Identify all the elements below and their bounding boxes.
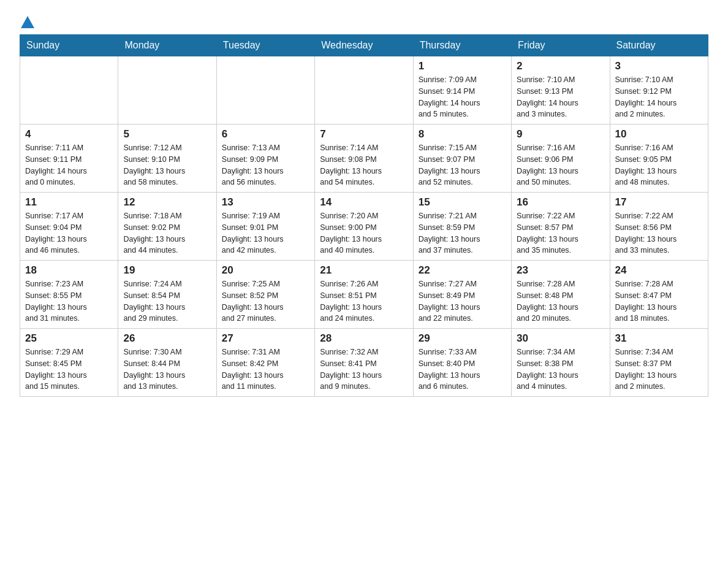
day-number: 21 — [320, 264, 408, 277]
calendar-cell: 13Sunrise: 7:19 AMSunset: 9:01 PMDayligh… — [216, 193, 314, 261]
calendar-week-row: 25Sunrise: 7:29 AMSunset: 8:45 PMDayligh… — [20, 329, 708, 397]
calendar-cell: 29Sunrise: 7:33 AMSunset: 8:40 PMDayligh… — [413, 329, 511, 397]
day-number: 7 — [320, 128, 408, 140]
day-number: 13 — [222, 196, 309, 209]
calendar-cell: 5Sunrise: 7:12 AMSunset: 9:10 PMDaylight… — [118, 124, 216, 193]
day-info: Sunrise: 7:28 AMSunset: 8:48 PMDaylight:… — [517, 278, 604, 324]
calendar-cell: 1Sunrise: 7:09 AMSunset: 9:14 PMDaylight… — [413, 56, 511, 124]
day-number: 14 — [320, 196, 408, 209]
calendar-cell: 21Sunrise: 7:26 AMSunset: 8:51 PMDayligh… — [315, 261, 413, 329]
day-info: Sunrise: 7:29 AMSunset: 8:45 PMDaylight:… — [25, 347, 113, 393]
day-info: Sunrise: 7:22 AMSunset: 8:57 PMDaylight:… — [517, 210, 604, 256]
calendar-cell: 9Sunrise: 7:16 AMSunset: 9:06 PMDaylight… — [512, 124, 610, 193]
logo — [20, 15, 34, 28]
day-number: 11 — [25, 196, 113, 209]
calendar-week-row: 1Sunrise: 7:09 AMSunset: 9:14 PMDaylight… — [20, 56, 708, 124]
calendar-cell — [20, 56, 118, 124]
day-number: 17 — [615, 196, 703, 209]
calendar-header-row: SundayMondayTuesdayWednesdayThursdayFrid… — [20, 35, 708, 56]
day-number: 28 — [320, 332, 408, 345]
calendar-cell: 17Sunrise: 7:22 AMSunset: 8:56 PMDayligh… — [610, 193, 708, 261]
calendar-cell — [118, 56, 216, 124]
day-number: 5 — [123, 128, 211, 140]
calendar-cell: 4Sunrise: 7:11 AMSunset: 9:11 PMDaylight… — [20, 124, 118, 193]
day-info: Sunrise: 7:27 AMSunset: 8:49 PMDaylight:… — [419, 278, 506, 324]
calendar-cell: 23Sunrise: 7:28 AMSunset: 8:48 PMDayligh… — [512, 261, 610, 329]
day-info: Sunrise: 7:34 AMSunset: 8:37 PMDaylight:… — [615, 347, 703, 393]
calendar-cell: 3Sunrise: 7:10 AMSunset: 9:12 PMDaylight… — [610, 56, 708, 124]
page-header — [20, 15, 708, 28]
day-info: Sunrise: 7:16 AMSunset: 9:06 PMDaylight:… — [517, 142, 604, 188]
calendar-week-row: 11Sunrise: 7:17 AMSunset: 9:04 PMDayligh… — [20, 193, 708, 261]
calendar-cell: 31Sunrise: 7:34 AMSunset: 8:37 PMDayligh… — [610, 329, 708, 397]
calendar-cell: 7Sunrise: 7:14 AMSunset: 9:08 PMDaylight… — [315, 124, 413, 193]
day-number: 15 — [419, 196, 506, 209]
day-number: 22 — [419, 264, 506, 277]
day-info: Sunrise: 7:33 AMSunset: 8:40 PMDaylight:… — [419, 347, 506, 393]
calendar-cell: 30Sunrise: 7:34 AMSunset: 8:38 PMDayligh… — [512, 329, 610, 397]
day-of-week-thursday: Thursday — [413, 35, 511, 56]
day-number: 1 — [419, 60, 506, 72]
day-of-week-sunday: Sunday — [20, 35, 118, 56]
day-info: Sunrise: 7:12 AMSunset: 9:10 PMDaylight:… — [123, 142, 211, 188]
day-info: Sunrise: 7:11 AMSunset: 9:11 PMDaylight:… — [25, 142, 113, 188]
day-number: 19 — [123, 264, 211, 277]
day-info: Sunrise: 7:25 AMSunset: 8:52 PMDaylight:… — [222, 278, 309, 324]
day-number: 27 — [222, 332, 309, 345]
day-number: 12 — [123, 196, 211, 209]
day-number: 4 — [25, 128, 113, 140]
calendar-cell: 26Sunrise: 7:30 AMSunset: 8:44 PMDayligh… — [118, 329, 216, 397]
calendar-cell: 25Sunrise: 7:29 AMSunset: 8:45 PMDayligh… — [20, 329, 118, 397]
day-number: 18 — [25, 264, 113, 277]
calendar-cell: 16Sunrise: 7:22 AMSunset: 8:57 PMDayligh… — [512, 193, 610, 261]
day-number: 25 — [25, 332, 113, 345]
calendar-cell: 14Sunrise: 7:20 AMSunset: 9:00 PMDayligh… — [315, 193, 413, 261]
day-info: Sunrise: 7:21 AMSunset: 8:59 PMDaylight:… — [419, 210, 506, 256]
day-info: Sunrise: 7:20 AMSunset: 9:00 PMDaylight:… — [320, 210, 408, 256]
calendar-cell: 15Sunrise: 7:21 AMSunset: 8:59 PMDayligh… — [413, 193, 511, 261]
day-number: 29 — [419, 332, 506, 345]
calendar-cell: 20Sunrise: 7:25 AMSunset: 8:52 PMDayligh… — [216, 261, 314, 329]
calendar-cell: 11Sunrise: 7:17 AMSunset: 9:04 PMDayligh… — [20, 193, 118, 261]
calendar-cell: 24Sunrise: 7:28 AMSunset: 8:47 PMDayligh… — [610, 261, 708, 329]
logo-triangle-icon — [21, 16, 34, 28]
day-info: Sunrise: 7:30 AMSunset: 8:44 PMDaylight:… — [123, 347, 211, 393]
day-info: Sunrise: 7:19 AMSunset: 9:01 PMDaylight:… — [222, 210, 309, 256]
calendar-week-row: 4Sunrise: 7:11 AMSunset: 9:11 PMDaylight… — [20, 124, 708, 193]
calendar-cell: 10Sunrise: 7:16 AMSunset: 9:05 PMDayligh… — [610, 124, 708, 193]
day-info: Sunrise: 7:17 AMSunset: 9:04 PMDaylight:… — [25, 210, 113, 256]
day-number: 24 — [615, 264, 703, 277]
day-of-week-monday: Monday — [118, 35, 216, 56]
calendar-cell: 27Sunrise: 7:31 AMSunset: 8:42 PMDayligh… — [216, 329, 314, 397]
day-info: Sunrise: 7:09 AMSunset: 9:14 PMDaylight:… — [419, 74, 506, 120]
day-number: 3 — [615, 60, 703, 72]
calendar-cell — [315, 56, 413, 124]
day-info: Sunrise: 7:22 AMSunset: 8:56 PMDaylight:… — [615, 210, 703, 256]
day-number: 2 — [517, 60, 604, 72]
day-info: Sunrise: 7:13 AMSunset: 9:09 PMDaylight:… — [222, 142, 309, 188]
day-info: Sunrise: 7:10 AMSunset: 9:12 PMDaylight:… — [615, 74, 703, 120]
day-number: 30 — [517, 332, 604, 345]
day-of-week-saturday: Saturday — [610, 35, 708, 56]
svg-marker-0 — [21, 16, 34, 28]
day-number: 9 — [517, 128, 604, 140]
day-number: 16 — [517, 196, 604, 209]
day-number: 31 — [615, 332, 703, 345]
day-info: Sunrise: 7:31 AMSunset: 8:42 PMDaylight:… — [222, 347, 309, 393]
calendar-table: SundayMondayTuesdayWednesdayThursdayFrid… — [20, 34, 708, 397]
day-info: Sunrise: 7:15 AMSunset: 9:07 PMDaylight:… — [419, 142, 506, 188]
calendar-cell: 19Sunrise: 7:24 AMSunset: 8:54 PMDayligh… — [118, 261, 216, 329]
day-info: Sunrise: 7:28 AMSunset: 8:47 PMDaylight:… — [615, 278, 703, 324]
day-info: Sunrise: 7:32 AMSunset: 8:41 PMDaylight:… — [320, 347, 408, 393]
day-info: Sunrise: 7:16 AMSunset: 9:05 PMDaylight:… — [615, 142, 703, 188]
day-info: Sunrise: 7:34 AMSunset: 8:38 PMDaylight:… — [517, 347, 604, 393]
day-info: Sunrise: 7:18 AMSunset: 9:02 PMDaylight:… — [123, 210, 211, 256]
day-number: 10 — [615, 128, 703, 140]
calendar-cell: 6Sunrise: 7:13 AMSunset: 9:09 PMDaylight… — [216, 124, 314, 193]
day-number: 8 — [419, 128, 506, 140]
day-info: Sunrise: 7:26 AMSunset: 8:51 PMDaylight:… — [320, 278, 408, 324]
day-info: Sunrise: 7:23 AMSunset: 8:55 PMDaylight:… — [25, 278, 113, 324]
calendar-cell: 22Sunrise: 7:27 AMSunset: 8:49 PMDayligh… — [413, 261, 511, 329]
day-info: Sunrise: 7:10 AMSunset: 9:13 PMDaylight:… — [517, 74, 604, 120]
day-info: Sunrise: 7:24 AMSunset: 8:54 PMDaylight:… — [123, 278, 211, 324]
